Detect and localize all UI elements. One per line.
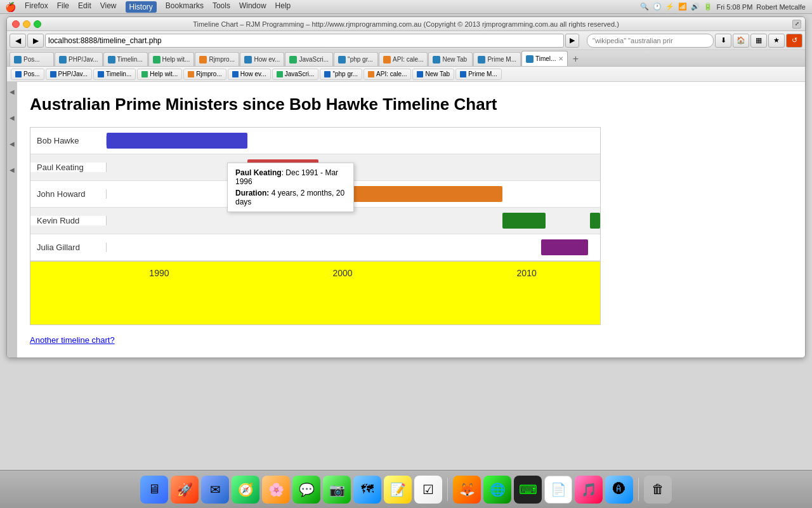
tab-9[interactable]: API: cale... [379, 52, 428, 66]
bookmark-2[interactable]: PHP/Jav... [46, 69, 93, 80]
dock-music[interactable]: 🎵 [575, 476, 603, 504]
sidebar-arrow-bottom[interactable]: ◀ [10, 166, 15, 173]
dock-maps[interactable]: 🗺 [353, 476, 381, 504]
tab-4[interactable]: Help wit... [148, 52, 195, 66]
os-menu-bar: 🍎 Firefox File Edit View History Bookmar… [0, 0, 812, 14]
go-button[interactable]: ▶ [565, 34, 579, 48]
menu-firefox[interactable]: Firefox [25, 1, 48, 13]
dock-mail[interactable]: ✉ [201, 476, 229, 504]
new-tab-button[interactable]: + [568, 52, 582, 66]
tab-7[interactable]: JavaScri... [285, 52, 333, 66]
dock-terminal[interactable]: ⌨ [514, 476, 542, 504]
tab-10-favicon [433, 56, 440, 64]
dock-photos[interactable]: 🌸 [262, 476, 290, 504]
tab-2[interactable]: PHP/Jav... [55, 52, 103, 66]
menu-file[interactable]: File [57, 1, 69, 13]
refresh-button[interactable]: ↺ [786, 34, 802, 48]
tab-3[interactable]: Timelin... [103, 52, 148, 66]
back-button[interactable]: ◀ [10, 34, 26, 48]
sidebar-arrows: ◀ ◀ ◀ ◀ [7, 82, 17, 358]
timeline-bar-julia-gillard[interactable] [541, 239, 589, 255]
timeline-bar-bob-hawke[interactable] [107, 133, 247, 149]
pm-name-paul-keating: Paul Keating [30, 163, 107, 172]
dock-trash[interactable]: 🗑 [644, 476, 672, 504]
minimize-button[interactable] [23, 20, 30, 28]
page-content: Australian Prime Ministers since Bob Haw… [17, 82, 805, 358]
search-input[interactable] [587, 34, 714, 48]
url-bar[interactable] [45, 34, 564, 48]
menu-tools[interactable]: Tools [213, 1, 230, 13]
tabs-bar: Pos... PHP/Jav... Timelin... Help wit...… [7, 50, 805, 67]
dock-safari[interactable]: 🧭 [232, 476, 259, 504]
search-icon[interactable]: 🔍 [640, 3, 649, 11]
bookmark-9[interactable]: API: cale... [363, 69, 411, 80]
forward-button[interactable]: ▶ [27, 34, 44, 48]
download-button[interactable]: ⬇ [715, 34, 731, 48]
timeline-track-bob-hawke [107, 128, 600, 154]
dock-messages[interactable]: 💬 [292, 476, 320, 504]
tab-9-favicon [383, 56, 391, 64]
sidebar-arrow-top[interactable]: ◀ [10, 88, 15, 95]
sidebar-arrow-mid1[interactable]: ◀ [10, 114, 15, 121]
dock-facetime[interactable]: 📷 [323, 476, 351, 504]
timeline-row-kevin-rudd: Kevin Rudd [30, 208, 600, 234]
dock-notes[interactable]: 📝 [384, 476, 412, 504]
dock-finder[interactable]: 🖥 [140, 476, 168, 504]
dock-firefox[interactable]: 🦊 [453, 476, 481, 504]
another-chart-link[interactable]: Another timeline chart? [30, 335, 792, 345]
maximize-button[interactable] [34, 20, 41, 28]
menu-window[interactable]: Window [239, 1, 266, 13]
tab-8[interactable]: "php gr... [334, 52, 378, 66]
bookmark-10[interactable]: New Tab [412, 69, 454, 80]
sidebar-button[interactable]: ▦ [750, 34, 767, 48]
year-2000: 2000 [333, 268, 353, 278]
dock-launchpad[interactable]: 🚀 [171, 476, 199, 504]
timeline-bar-paul-keating[interactable] [247, 159, 318, 175]
timeline-bar-kevin-rudd[interactable] [502, 213, 546, 229]
menu-bookmarks[interactable]: Bookmarks [166, 1, 204, 13]
volume-icon: 🔊 [691, 3, 700, 11]
tab-10[interactable]: New Tab [428, 52, 473, 66]
bookmark-8[interactable]: "php gr... [320, 69, 362, 80]
year-1990: 1990 [149, 268, 169, 278]
bookmark-1[interactable]: Pos... [11, 69, 44, 80]
tab-6[interactable]: How ev... [240, 52, 284, 66]
timeline-row-bob-hawke: Bob Hawke [30, 128, 600, 154]
timeline-bar-john-howard[interactable] [317, 186, 502, 202]
tab-5[interactable]: Rjmpro... [195, 52, 239, 66]
menu-help[interactable]: Help [275, 1, 291, 13]
bookmark-6[interactable]: How ev... [228, 69, 271, 80]
close-button[interactable] [12, 20, 20, 28]
bookmark-button[interactable]: ★ [768, 34, 785, 48]
datetime-display: Fri 5:08 PM [716, 3, 752, 11]
timeline-bar-kevin-rudd-extra [590, 213, 600, 229]
timeline-row-paul-keating: Paul Keating [30, 154, 600, 181]
dock-reminders[interactable]: ☑ [414, 476, 442, 504]
nav-bar: ◀ ▶ ▶ ⬇ 🏠 ▦ ★ ↺ [7, 31, 805, 50]
pm-name-bob-hawke: Bob Hawke [30, 136, 107, 145]
tab-12-active[interactable]: Timel...✕ [521, 51, 568, 66]
tab-2-favicon [59, 56, 67, 64]
tab-11[interactable]: Prime M... [473, 52, 521, 66]
tab-close-icon[interactable]: ✕ [558, 55, 563, 62]
dock-appstore[interactable]: 🅐 [605, 476, 633, 504]
main-content-area: ◀ ◀ ◀ ◀ Australian Prime Ministers since… [7, 82, 805, 358]
bookmark-5[interactable]: Rjmpro... [183, 69, 226, 80]
sidebar-arrow-mid2[interactable]: ◀ [10, 140, 15, 147]
timeline-track-john-howard [107, 181, 600, 207]
tab-1[interactable]: Pos... [10, 52, 54, 66]
battery-icon: 🔋 [704, 3, 712, 11]
dock-chrome[interactable]: 🌐 [483, 476, 511, 504]
apple-menu[interactable]: 🍎 [5, 2, 16, 12]
bookmark-3[interactable]: Timelin... [93, 69, 136, 80]
bookmark-11[interactable]: Prime M... [455, 69, 502, 80]
home-button[interactable]: 🏠 [733, 34, 749, 48]
menu-view[interactable]: View [100, 1, 117, 13]
page-title: Australian Prime Ministers since Bob Haw… [30, 95, 792, 114]
menu-edit[interactable]: Edit [78, 1, 91, 13]
dock-textedit[interactable]: 📄 [544, 476, 572, 504]
bookmark-4[interactable]: Help wit... [137, 69, 182, 80]
menu-history[interactable]: History [126, 1, 157, 13]
resize-icon[interactable]: ⤢ [792, 20, 801, 29]
bookmark-7[interactable]: JavaScri... [272, 69, 319, 80]
